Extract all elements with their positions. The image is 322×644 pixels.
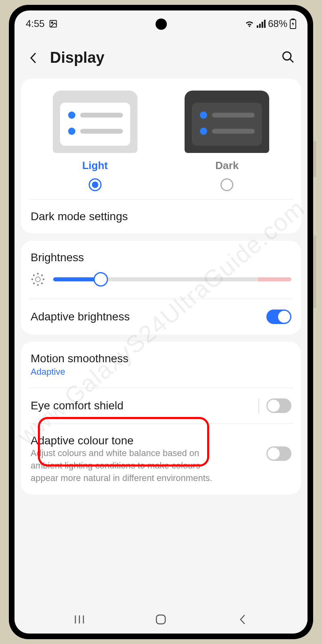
svg-point-1 [51,22,53,23]
svg-point-14 [33,275,35,276]
chevron-left-icon [29,52,37,64]
volume-button [313,235,316,308]
theme-dark-radio[interactable] [220,178,233,191]
svg-rect-5 [264,20,266,28]
adaptive-brightness-item[interactable]: Adaptive brightness [21,299,301,334]
theme-dark-option[interactable]: Dark [185,91,269,191]
theme-dark-label: Dark [215,159,239,172]
svg-point-17 [33,283,35,284]
svg-point-10 [37,273,39,275]
signal-icon [257,20,266,28]
home-icon [155,614,166,625]
header: Display [15,33,307,78]
theme-light-radio[interactable] [89,178,102,191]
adaptive-colour-label: Adaptive colour tone [31,434,224,447]
page-title: Display [50,49,272,66]
status-left: 4:55 [26,18,58,29]
svg-rect-21 [156,615,165,624]
svg-rect-4 [262,22,263,28]
adaptive-brightness-toggle[interactable] [266,310,291,324]
picture-icon [49,19,58,28]
brightness-label: Brightness [31,251,84,264]
search-icon [282,51,295,64]
svg-point-16 [42,275,43,276]
motion-smoothness-value: Adaptive [31,367,65,377]
adaptive-colour-toggle[interactable] [266,446,291,461]
theme-dark-preview [185,91,269,153]
theme-card: Light Dark Dark mode settings [21,78,301,233]
brightness-slider-thumb[interactable] [93,272,108,287]
recents-button[interactable] [71,611,87,627]
svg-rect-2 [257,25,258,28]
back-nav-button[interactable] [235,611,251,627]
home-button[interactable] [153,611,169,627]
svg-point-12 [32,279,33,280]
motion-smoothness-label: Motion smoothness [31,352,129,365]
motion-smoothness-item[interactable]: Motion smoothness Adaptive [21,342,301,388]
toggle-divider [258,398,259,413]
adaptive-brightness-label: Adaptive brightness [31,310,130,323]
svg-rect-3 [259,24,261,28]
sun-icon [31,272,45,287]
theme-light-preview [53,91,137,153]
svg-point-8 [283,52,291,60]
svg-point-11 [37,285,39,286]
device-frame: www.GalaxyS24UltraGuide.com 4:55 68% Dis… [9,5,313,639]
content: Light Dark Dark mode settings [15,78,307,495]
wifi-icon [245,20,254,28]
brightness-slider-row [21,267,301,299]
theme-light-label: Light [82,159,108,172]
svg-point-15 [42,283,43,284]
recents-icon [74,615,85,624]
brightness-slider[interactable] [53,277,291,281]
screen: www.GalaxyS24UltraGuide.com 4:55 68% Dis… [15,10,307,634]
adaptive-colour-desc: Adjust colours and white balance based o… [31,447,224,484]
display-options-card: Motion smoothness Adaptive Eye comfort s… [21,342,301,495]
navigation-bar [15,605,307,634]
battery-icon [290,19,296,29]
eye-comfort-toggle[interactable] [266,398,291,413]
power-button [313,141,316,177]
battery-percent: 68% [268,18,287,29]
dark-mode-settings-label: Dark mode settings [31,210,128,223]
camera-hole [156,19,167,30]
svg-point-13 [43,279,44,280]
status-right: 68% [245,18,296,29]
brightness-card: Brightness Adaptive bri [21,241,301,334]
status-time: 4:55 [26,18,45,29]
brightness-header: Brightness [21,241,301,267]
svg-point-9 [35,277,40,282]
theme-row: Light Dark [21,78,301,199]
back-button[interactable] [26,51,40,65]
eye-comfort-item[interactable]: Eye comfort shield [21,388,301,423]
search-button[interactable] [282,51,296,65]
adaptive-colour-item[interactable]: Adaptive colour tone Adjust colours and … [21,424,301,495]
chevron-left-icon [239,614,246,625]
theme-light-option[interactable]: Light [53,91,137,191]
svg-rect-7 [292,19,294,20]
eye-comfort-label: Eye comfort shield [31,399,123,412]
dark-mode-settings-item[interactable]: Dark mode settings [21,200,301,233]
